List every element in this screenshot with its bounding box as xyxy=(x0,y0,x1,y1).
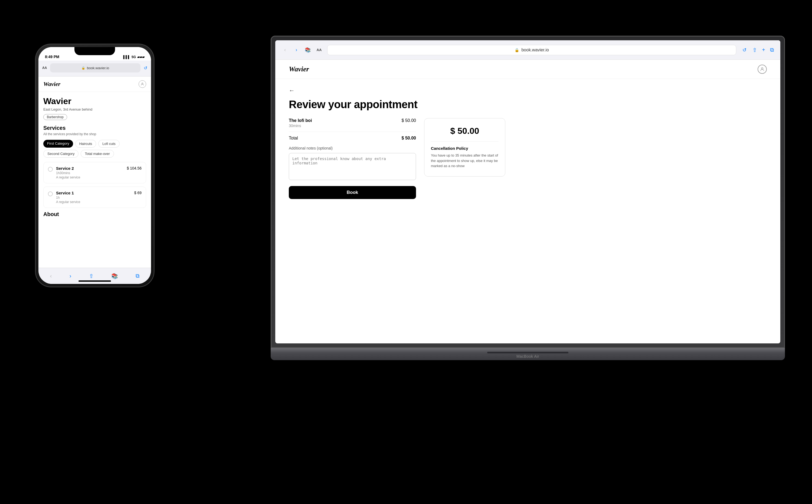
mobile-aa-label[interactable]: AA xyxy=(42,66,47,70)
book-button[interactable]: Book xyxy=(289,186,416,199)
back-arrow[interactable]: ← xyxy=(289,87,295,94)
service-duration: 30mins xyxy=(289,124,312,128)
website-content: Wavier ← Review your appointment xyxy=(275,60,780,213)
iphone-shell: 8:49 PM ▌▌▌ 5G ▰▰▰ AA 🔒 book.wavier.io xyxy=(35,44,154,287)
mobile-chrome-row: AA 🔒 book.wavier.io ↺ xyxy=(42,62,147,74)
user-icon[interactable] xyxy=(758,65,767,74)
mobile-content: Wavier Wavier East Legon, 3rd Avenue beh… xyxy=(38,77,151,267)
card-price: $ 50.00 xyxy=(431,126,498,136)
mobile-shop-tag[interactable]: Barbershop xyxy=(43,114,67,120)
policy-text: You have up to 35 minutes after the star… xyxy=(431,153,498,169)
category-pill-total[interactable]: Total make-over xyxy=(81,150,114,158)
aa-button[interactable]: AA xyxy=(316,47,322,53)
service-info-1: Service 1 1h A regular service xyxy=(56,191,131,204)
mobile-reload-button[interactable]: ↺ xyxy=(144,65,147,71)
notes-label: Additional notes (optional) xyxy=(289,146,416,150)
service-info-2: Service 2 1h30mins A regular service xyxy=(56,166,124,179)
booking-left: The lofi boi 30mins $ 50.00 Total $ 50.0… xyxy=(289,118,416,199)
iphone-device: 8:49 PM ▌▌▌ 5G ▰▰▰ AA 🔒 book.wavier.io xyxy=(35,44,154,287)
back-button[interactable]: ‹ xyxy=(282,47,288,53)
status-time: 8:49 PM xyxy=(45,55,59,59)
service-card-name-1: Service 1 xyxy=(56,191,131,195)
forward-button[interactable]: › xyxy=(293,47,300,53)
svg-point-1 xyxy=(142,83,143,84)
service-row: The lofi boi 30mins $ 50.00 xyxy=(289,118,416,128)
mobile-safari-chrome: AA 🔒 book.wavier.io ↺ xyxy=(38,61,151,77)
mobile-services-subtitle: All the services provided by the shop xyxy=(43,132,146,136)
policy-title: Cancellation Policy xyxy=(431,146,498,151)
service-card-price-2: $ 104.56 xyxy=(127,166,142,170)
service-card-duration-1: 1h xyxy=(56,196,131,200)
total-label: Total xyxy=(289,136,298,141)
service-card-2: Service 2 1h30mins A regular service $ 1… xyxy=(43,162,146,183)
service-card-duration-2: 1h30mins xyxy=(56,171,124,175)
service-card-desc-1: A regular service xyxy=(56,200,131,204)
booking-layout: The lofi boi 30mins $ 50.00 Total $ 50.0… xyxy=(289,118,505,199)
safari-toolbar: ‹ › 📚 AA 🔒 book.wavier.io ↺ ⇧ + ⧉ xyxy=(275,40,780,60)
page-title: Review your appointment xyxy=(289,98,505,111)
mobile-services-title: Services xyxy=(43,125,146,131)
mobile-tabs-button[interactable]: ⧉ xyxy=(135,273,139,279)
divider xyxy=(289,132,416,132)
notes-textarea[interactable] xyxy=(289,153,416,180)
add-tab-button[interactable]: + xyxy=(762,47,765,53)
site-main: ← Review your appointment The lofi boi 3… xyxy=(275,79,519,213)
service-card-desc-2: A regular service xyxy=(56,175,124,179)
tab-switcher-button[interactable]: ⧉ xyxy=(770,47,774,53)
mobile-shop-address: East Legon, 3rd Avenue behind xyxy=(43,107,146,111)
status-icons: ▌▌▌ 5G ▰▰▰ xyxy=(123,55,144,59)
service-checkbox-2[interactable] xyxy=(48,167,53,172)
mobile-address-bar[interactable]: 🔒 book.wavier.io xyxy=(50,63,140,72)
macbook-lid: ‹ › 📚 AA 🔒 book.wavier.io ↺ ⇧ + ⧉ xyxy=(271,36,785,348)
category-pill-second[interactable]: Second Category xyxy=(43,150,78,158)
signal-bars-icon: ▌▌▌ xyxy=(123,55,130,59)
share-button[interactable]: ⇧ xyxy=(753,47,757,53)
site-header: Wavier xyxy=(275,60,780,79)
mobile-logo: Wavier xyxy=(43,81,60,88)
url-text: book.wavier.io xyxy=(521,48,549,52)
mobile-back-button[interactable]: ‹ xyxy=(50,273,52,279)
mobile-main: Wavier East Legon, 3rd Avenue behind Bar… xyxy=(38,92,151,223)
mobile-share-button[interactable]: ⇧ xyxy=(89,273,94,279)
total-price: $ 50.00 xyxy=(402,136,416,141)
mobile-forward-button[interactable]: › xyxy=(70,273,71,279)
iphone-notch xyxy=(74,47,115,55)
lock-icon: 🔒 xyxy=(514,48,519,52)
iphone-screen: 8:49 PM ▌▌▌ 5G ▰▰▰ AA 🔒 book.wavier.io xyxy=(38,47,151,284)
svg-point-0 xyxy=(761,68,763,69)
category-pill-first[interactable]: First Category xyxy=(43,140,73,148)
battery-icon: ▰▰▰ xyxy=(137,55,144,59)
total-row: Total $ 50.00 xyxy=(289,136,416,141)
bookmarks-button[interactable]: 📚 xyxy=(305,47,311,53)
card-divider xyxy=(431,141,498,142)
mobile-lock-icon: 🔒 xyxy=(81,66,85,70)
booking-summary-card: $ 50.00 Cancellation Policy You have up … xyxy=(424,118,505,177)
site-logo: Wavier xyxy=(289,65,309,73)
mobile-url: book.wavier.io xyxy=(87,66,109,70)
mobile-user-icon[interactable] xyxy=(138,80,146,88)
service-card-price-1: $ 69 xyxy=(134,191,141,195)
mobile-about-title: About xyxy=(43,211,146,217)
macbook-screen: ‹ › 📚 AA 🔒 book.wavier.io ↺ ⇧ + ⧉ xyxy=(275,40,780,343)
service-card-name-2: Service 2 xyxy=(56,166,124,171)
home-indicator xyxy=(78,280,111,282)
address-bar[interactable]: 🔒 book.wavier.io xyxy=(327,45,736,55)
macbook-label: MacBook Air xyxy=(516,354,539,359)
macbook-base: MacBook Air xyxy=(271,348,785,360)
macbook-device: ‹ › 📚 AA 🔒 book.wavier.io ↺ ⇧ + ⧉ xyxy=(271,36,785,360)
macbook-base-line xyxy=(487,352,568,353)
categories-list: First Category Haircuts Lofi cuts Second… xyxy=(43,140,146,158)
mobile-shop-name: Wavier xyxy=(43,96,146,106)
service-card-1: Service 1 1h A regular service $ 69 xyxy=(43,187,146,208)
category-pill-haircuts[interactable]: Haircuts xyxy=(75,140,96,148)
service-name: The lofi boi xyxy=(289,118,312,123)
reload-button[interactable]: ↺ xyxy=(741,47,748,53)
service-price: $ 50.00 xyxy=(402,118,416,123)
mobile-site-header: Wavier xyxy=(38,77,151,92)
mobile-bookmarks-button[interactable]: 📚 xyxy=(111,273,118,279)
service-checkbox-1[interactable] xyxy=(48,191,53,196)
category-pill-lofi[interactable]: Lofi cuts xyxy=(98,140,119,148)
signal-type: 5G xyxy=(131,55,136,59)
